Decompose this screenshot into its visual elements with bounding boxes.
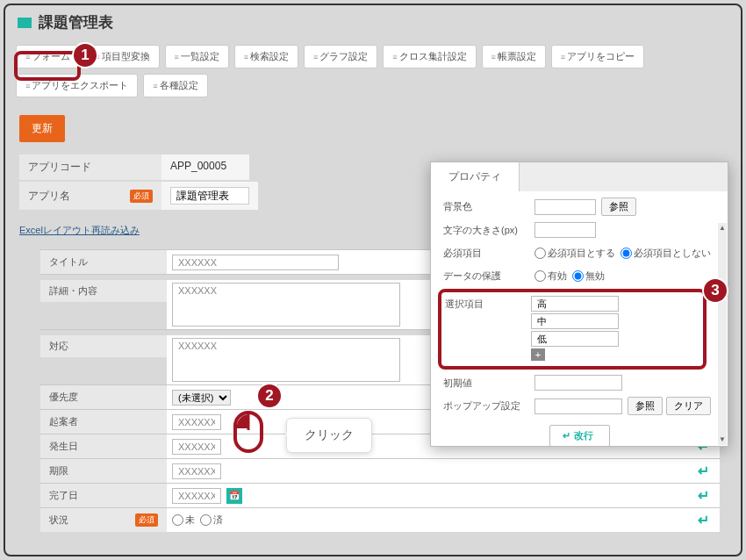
app-code-value: APP_00005 (161, 154, 249, 180)
highlight-3: 選択項目 + (438, 289, 707, 370)
required-label: 必須項目 (443, 247, 534, 260)
fontsize-input[interactable] (534, 222, 596, 238)
mouse-cursor-icon (232, 409, 265, 458)
app-name-input[interactable] (170, 187, 249, 205)
popup-browse-button[interactable]: 参照 (628, 397, 663, 415)
requester-label: 起案者 (40, 410, 167, 434)
scroll-down-icon[interactable]: ▼ (718, 434, 727, 445)
tab-report[interactable]: ≡帳票設定 (482, 45, 546, 68)
popup-input[interactable] (534, 398, 622, 414)
calendar-icon[interactable]: 📅 (226, 488, 242, 504)
tab-list[interactable]: ≡一覧設定 (165, 45, 229, 68)
tab-search[interactable]: ≡検索設定 (234, 45, 298, 68)
required-opt1[interactable]: 必須項目とする (534, 247, 615, 260)
required-badge: 必須 (135, 513, 158, 527)
page-title: 課題管理表 (39, 12, 113, 32)
tab-form[interactable]: ≡フォーム (16, 45, 80, 68)
app-code-label: アプリコード (19, 154, 161, 180)
popup-label: ポップアップ設定 (443, 399, 534, 413)
deadline-label: 期限 (40, 459, 167, 483)
bgcolor-browse-button[interactable]: 参照 (601, 197, 636, 216)
tab-bar: ≡フォーム ≡項目型変換 ≡一覧設定 ≡検索設定 ≡グラフ設定 ≡クロス集計設定… (5, 39, 741, 115)
initval-label: 初期値 (443, 377, 534, 390)
step-badge-2: 2 (256, 383, 283, 409)
app-name-label: アプリ名 必須 (19, 182, 161, 210)
reimport-link[interactable]: Excelレイアウト再読み込み (19, 224, 140, 237)
select-item-0[interactable] (531, 296, 619, 312)
tab-export[interactable]: ≡アプリをエクスポート (16, 74, 138, 97)
requester-input[interactable] (172, 414, 221, 430)
tab-settings[interactable]: ≡各種設定 (143, 74, 207, 97)
app-icon (18, 18, 32, 28)
title-label: タイトル (40, 250, 167, 274)
donedate-label: 完了日 (40, 484, 167, 507)
dataprotect-label: データの保護 (443, 269, 534, 283)
return-icon: ↵ (563, 430, 570, 441)
status-opt2[interactable]: 済 (200, 513, 223, 527)
select-items-label: 選択項目 (445, 296, 531, 361)
select-item-2[interactable] (531, 331, 619, 347)
scroll-up-icon[interactable]: ▲ (718, 223, 727, 233)
property-panel: プロパティ ▲ ▼ 背景色 参照 文字の大きさ(px) 必須項目 必須項目とする… (430, 162, 728, 447)
startdate-input[interactable] (172, 439, 221, 455)
data-opt2[interactable]: 無効 (572, 269, 605, 283)
update-button[interactable]: 更新 (19, 115, 65, 142)
required-badge: 必須 (130, 190, 153, 203)
tab-graph[interactable]: ≡グラフ設定 (304, 45, 377, 68)
panel-tab-property[interactable]: プロパティ (431, 162, 520, 191)
deadline-input[interactable] (172, 463, 221, 479)
tab-copy[interactable]: ≡アプリをコピー (551, 45, 644, 68)
tab-cross[interactable]: ≡クロス集計設定 (383, 45, 476, 68)
select-item-1[interactable] (531, 313, 619, 329)
return-icon: ↵ (698, 512, 709, 528)
popup-clear-button[interactable]: クリア (666, 397, 711, 415)
click-tooltip: クリック (286, 418, 372, 453)
newline-button[interactable]: ↵改行 (549, 425, 610, 446)
priority-label: 優先度 (40, 385, 167, 409)
bgcolor-input[interactable] (534, 199, 596, 215)
step-badge-3: 3 (702, 277, 728, 304)
initval-input[interactable] (534, 375, 622, 391)
required-opt2[interactable]: 必須項目としない (620, 247, 711, 260)
detail-label: 詳細・内容 (40, 280, 167, 302)
status-opt1[interactable]: 未 (172, 513, 195, 527)
priority-select[interactable]: (未選択) (172, 390, 231, 406)
response-textarea[interactable]: XXXXXX (172, 338, 400, 382)
step-badge-1: 1 (72, 42, 98, 68)
data-opt1[interactable]: 有効 (534, 269, 567, 283)
startdate-label: 発生日 (40, 434, 167, 458)
status-label: 状況必須 (40, 508, 167, 532)
detail-textarea[interactable]: XXXXXX (172, 283, 400, 327)
donedate-input[interactable] (172, 488, 221, 504)
return-icon: ↵ (698, 463, 709, 479)
response-label: 対応 (40, 335, 167, 357)
bgcolor-label: 背景色 (443, 200, 534, 213)
return-icon: ↵ (698, 487, 709, 504)
title-input[interactable] (172, 255, 339, 270)
fontsize-label: 文字の大きさ(px) (443, 224, 534, 237)
add-item-button[interactable]: + (531, 348, 545, 361)
panel-scrollbar[interactable]: ▲ ▼ (718, 223, 727, 445)
